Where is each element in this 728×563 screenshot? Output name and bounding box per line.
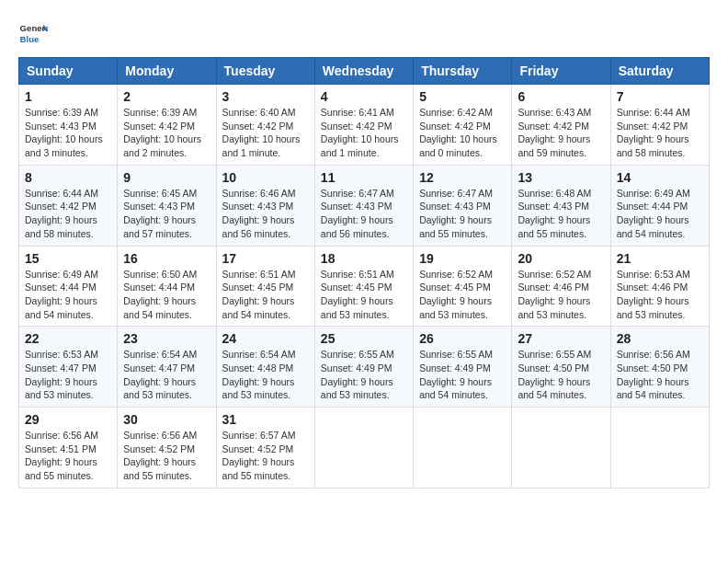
day-info: Sunrise: 6:41 AM Sunset: 4:42 PM Dayligh… <box>321 106 407 160</box>
day-info: Sunrise: 6:56 AM Sunset: 4:50 PM Dayligh… <box>617 348 703 402</box>
svg-text:Blue: Blue <box>20 34 40 44</box>
weekday-header-thursday: Thursday <box>414 58 512 85</box>
day-info: Sunrise: 6:54 AM Sunset: 4:48 PM Dayligh… <box>222 348 309 402</box>
day-number: 7 <box>617 89 703 104</box>
day-number: 26 <box>419 331 506 346</box>
day-number: 17 <box>222 251 309 266</box>
day-number: 14 <box>617 170 703 185</box>
day-number: 23 <box>123 331 210 346</box>
day-info: Sunrise: 6:47 AM Sunset: 4:43 PM Dayligh… <box>321 187 407 241</box>
calendar-cell: 10 Sunrise: 6:46 AM Sunset: 4:43 PM Dayl… <box>216 165 314 246</box>
day-info: Sunrise: 6:40 AM Sunset: 4:42 PM Dayligh… <box>222 106 309 160</box>
day-info: Sunrise: 6:49 AM Sunset: 4:44 PM Dayligh… <box>617 187 703 241</box>
calendar-cell <box>314 408 413 488</box>
calendar-table: SundayMondayTuesdayWednesdayThursdayFrid… <box>18 57 710 488</box>
day-number: 22 <box>25 331 111 346</box>
calendar-header-row: SundayMondayTuesdayWednesdayThursdayFrid… <box>19 58 710 85</box>
calendar-cell <box>610 408 709 488</box>
day-info: Sunrise: 6:53 AM Sunset: 4:47 PM Dayligh… <box>25 348 111 402</box>
calendar-cell: 8 Sunrise: 6:44 AM Sunset: 4:42 PM Dayli… <box>19 165 118 246</box>
day-number: 4 <box>321 89 407 104</box>
day-info: Sunrise: 6:42 AM Sunset: 4:42 PM Dayligh… <box>419 106 506 160</box>
calendar-cell: 28 Sunrise: 6:56 AM Sunset: 4:50 PM Dayl… <box>610 327 709 408</box>
calendar-cell: 16 Sunrise: 6:50 AM Sunset: 4:44 PM Dayl… <box>118 246 216 327</box>
calendar-cell: 15 Sunrise: 6:49 AM Sunset: 4:44 PM Dayl… <box>19 246 118 327</box>
day-info: Sunrise: 6:48 AM Sunset: 4:43 PM Dayligh… <box>518 187 604 241</box>
calendar-cell: 26 Sunrise: 6:55 AM Sunset: 4:49 PM Dayl… <box>414 327 512 408</box>
calendar-cell: 18 Sunrise: 6:51 AM Sunset: 4:45 PM Dayl… <box>314 246 413 327</box>
day-info: Sunrise: 6:49 AM Sunset: 4:44 PM Dayligh… <box>25 268 111 322</box>
day-info: Sunrise: 6:55 AM Sunset: 4:50 PM Dayligh… <box>518 348 604 402</box>
day-info: Sunrise: 6:53 AM Sunset: 4:46 PM Dayligh… <box>617 268 703 322</box>
weekday-header-monday: Monday <box>118 58 216 85</box>
day-number: 13 <box>518 170 604 185</box>
day-number: 27 <box>518 331 604 346</box>
day-info: Sunrise: 6:51 AM Sunset: 4:45 PM Dayligh… <box>321 268 407 322</box>
day-info: Sunrise: 6:39 AM Sunset: 4:42 PM Dayligh… <box>123 106 210 160</box>
day-number: 30 <box>123 412 210 427</box>
calendar-week-5: 29 Sunrise: 6:56 AM Sunset: 4:51 PM Dayl… <box>19 408 710 488</box>
calendar-cell: 25 Sunrise: 6:55 AM Sunset: 4:49 PM Dayl… <box>314 327 413 408</box>
day-info: Sunrise: 6:56 AM Sunset: 4:51 PM Dayligh… <box>25 429 111 483</box>
day-info: Sunrise: 6:44 AM Sunset: 4:42 PM Dayligh… <box>25 187 111 241</box>
day-info: Sunrise: 6:43 AM Sunset: 4:42 PM Dayligh… <box>518 106 604 160</box>
day-info: Sunrise: 6:55 AM Sunset: 4:49 PM Dayligh… <box>321 348 407 402</box>
calendar-cell: 4 Sunrise: 6:41 AM Sunset: 4:42 PM Dayli… <box>314 85 413 166</box>
day-number: 3 <box>222 89 309 104</box>
calendar-week-2: 8 Sunrise: 6:44 AM Sunset: 4:42 PM Dayli… <box>19 165 710 246</box>
calendar-cell: 3 Sunrise: 6:40 AM Sunset: 4:42 PM Dayli… <box>216 85 314 166</box>
day-number: 12 <box>419 170 506 185</box>
calendar-cell: 1 Sunrise: 6:39 AM Sunset: 4:43 PM Dayli… <box>19 85 118 166</box>
weekday-header-friday: Friday <box>512 58 610 85</box>
day-info: Sunrise: 6:50 AM Sunset: 4:44 PM Dayligh… <box>123 268 210 322</box>
calendar-cell: 7 Sunrise: 6:44 AM Sunset: 4:42 PM Dayli… <box>610 85 709 166</box>
calendar-cell: 24 Sunrise: 6:54 AM Sunset: 4:48 PM Dayl… <box>216 327 314 408</box>
general-blue-logo-icon: General Blue <box>18 18 48 48</box>
calendar-cell <box>414 408 512 488</box>
day-number: 10 <box>222 170 309 185</box>
day-number: 8 <box>25 170 111 185</box>
calendar-cell: 27 Sunrise: 6:55 AM Sunset: 4:50 PM Dayl… <box>512 327 610 408</box>
day-number: 31 <box>222 412 309 427</box>
day-number: 11 <box>321 170 407 185</box>
weekday-header-sunday: Sunday <box>19 58 118 85</box>
day-number: 20 <box>518 251 604 266</box>
calendar-cell <box>512 408 610 488</box>
calendar-week-4: 22 Sunrise: 6:53 AM Sunset: 4:47 PM Dayl… <box>19 327 710 408</box>
day-info: Sunrise: 6:54 AM Sunset: 4:47 PM Dayligh… <box>123 348 210 402</box>
calendar-cell: 23 Sunrise: 6:54 AM Sunset: 4:47 PM Dayl… <box>118 327 216 408</box>
day-info: Sunrise: 6:57 AM Sunset: 4:52 PM Dayligh… <box>222 429 309 483</box>
day-info: Sunrise: 6:45 AM Sunset: 4:43 PM Dayligh… <box>123 187 210 241</box>
day-number: 25 <box>321 331 407 346</box>
day-info: Sunrise: 6:44 AM Sunset: 4:42 PM Dayligh… <box>617 106 703 160</box>
day-number: 15 <box>25 251 111 266</box>
weekday-header-tuesday: Tuesday <box>216 58 314 85</box>
calendar-cell: 30 Sunrise: 6:56 AM Sunset: 4:52 PM Dayl… <box>118 408 216 488</box>
day-info: Sunrise: 6:47 AM Sunset: 4:43 PM Dayligh… <box>419 187 506 241</box>
calendar-cell: 22 Sunrise: 6:53 AM Sunset: 4:47 PM Dayl… <box>19 327 118 408</box>
day-info: Sunrise: 6:39 AM Sunset: 4:43 PM Dayligh… <box>25 106 111 160</box>
day-number: 5 <box>419 89 506 104</box>
day-info: Sunrise: 6:52 AM Sunset: 4:45 PM Dayligh… <box>419 268 506 322</box>
weekday-header-wednesday: Wednesday <box>314 58 413 85</box>
day-info: Sunrise: 6:52 AM Sunset: 4:46 PM Dayligh… <box>518 268 604 322</box>
day-number: 18 <box>321 251 407 266</box>
calendar-cell: 17 Sunrise: 6:51 AM Sunset: 4:45 PM Dayl… <box>216 246 314 327</box>
calendar-cell: 20 Sunrise: 6:52 AM Sunset: 4:46 PM Dayl… <box>512 246 610 327</box>
calendar-cell: 9 Sunrise: 6:45 AM Sunset: 4:43 PM Dayli… <box>118 165 216 246</box>
calendar-cell: 19 Sunrise: 6:52 AM Sunset: 4:45 PM Dayl… <box>414 246 512 327</box>
day-info: Sunrise: 6:46 AM Sunset: 4:43 PM Dayligh… <box>222 187 309 241</box>
day-number: 21 <box>617 251 703 266</box>
calendar-week-3: 15 Sunrise: 6:49 AM Sunset: 4:44 PM Dayl… <box>19 246 710 327</box>
page-header: General Blue <box>18 18 710 48</box>
day-number: 28 <box>617 331 703 346</box>
day-number: 16 <box>123 251 210 266</box>
calendar-cell: 29 Sunrise: 6:56 AM Sunset: 4:51 PM Dayl… <box>19 408 118 488</box>
calendar-cell: 21 Sunrise: 6:53 AM Sunset: 4:46 PM Dayl… <box>610 246 709 327</box>
calendar-cell: 2 Sunrise: 6:39 AM Sunset: 4:42 PM Dayli… <box>118 85 216 166</box>
calendar-cell: 12 Sunrise: 6:47 AM Sunset: 4:43 PM Dayl… <box>414 165 512 246</box>
calendar-week-1: 1 Sunrise: 6:39 AM Sunset: 4:43 PM Dayli… <box>19 85 710 166</box>
weekday-header-saturday: Saturday <box>610 58 709 85</box>
day-number: 9 <box>123 170 210 185</box>
logo: General Blue <box>18 18 51 48</box>
